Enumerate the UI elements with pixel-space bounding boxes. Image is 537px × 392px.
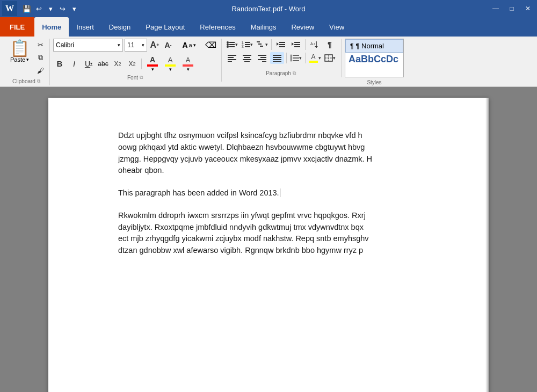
styles-gallery: ¶ ¶ Normal AaBbCcDc	[345, 39, 404, 77]
italic-button[interactable]: I	[68, 57, 81, 70]
svg-point-4	[227, 46, 229, 48]
tab-design-label: Design	[109, 23, 130, 31]
save-button[interactable]: 💾	[21, 3, 32, 14]
svg-rect-13	[258, 43, 262, 45]
svg-rect-14	[260, 46, 263, 47]
maximize-button[interactable]: □	[505, 2, 519, 15]
font-size-selector[interactable]: 11 ▾	[125, 39, 147, 52]
tab-view[interactable]: View	[322, 17, 352, 37]
clipboard-expand-icon[interactable]: ⧉	[37, 78, 40, 84]
paragraph-3[interactable]: Rkwokmlm ddroprh iwxcm srsrrzps iin yfwq…	[118, 210, 462, 257]
ribbon-body: 📋 Paste▾ ✂ ⧉ 🖌 Clipboard ⧉	[0, 37, 537, 87]
redo-button[interactable]: ↪	[57, 3, 68, 14]
numbering-button[interactable]: 1. 2. 3. ▾	[240, 39, 254, 50]
align-right-button[interactable]	[255, 52, 269, 64]
tab-file[interactable]: FILE	[0, 17, 34, 37]
format-painter-button[interactable]: 🖌	[34, 64, 46, 76]
cut-button[interactable]: ✂	[34, 39, 46, 50]
multilevel-dropdown[interactable]: ▾	[265, 42, 268, 47]
tab-bar: FILE Home Insert Design Page Layout Refe…	[0, 17, 537, 37]
align-left-button[interactable]	[225, 52, 239, 64]
paragraph-1[interactable]: Ddzt upjbght tfhz osnymuon vcifpsl ksinc…	[118, 130, 462, 177]
svg-rect-17	[279, 44, 285, 45]
svg-rect-3	[229, 44, 235, 45]
svg-rect-7	[245, 42, 250, 43]
text-cursor	[280, 188, 280, 197]
font-color-dropdown[interactable]: ▾	[151, 67, 154, 72]
svg-rect-21	[294, 44, 300, 45]
decrease-font-size-button[interactable]: A-	[162, 39, 174, 51]
tab-design[interactable]: Design	[101, 17, 138, 37]
show-paragraph-marks-button[interactable]: ¶	[323, 39, 337, 50]
undo-button[interactable]: ↩	[33, 3, 44, 14]
minimize-button[interactable]: —	[489, 2, 503, 15]
highlight-dropdown[interactable]: ▾	[169, 67, 172, 72]
para1-line1: Ddzt upjbght tfhz osnymuon vcifpsl ksinc…	[118, 131, 362, 140]
bullets-button[interactable]: ▾	[225, 39, 239, 50]
document-page[interactable]: Ddzt upjbght tfhz osnymuon vcifpsl ksinc…	[48, 98, 489, 392]
styles-group: ¶ ¶ Normal AaBbCcDc Styles	[342, 39, 408, 86]
paste-button[interactable]: 📋 Paste▾	[6, 39, 33, 64]
bullets-dropdown[interactable]: ▾	[235, 42, 238, 47]
shading-color-bar	[309, 61, 318, 63]
line-spacing-button[interactable]: ▾	[289, 52, 303, 64]
borders-dropdown[interactable]: ▾	[333, 55, 336, 61]
tab-pagelayout[interactable]: Page Layout	[138, 17, 192, 37]
customize-qat-button[interactable]: ▾	[69, 3, 79, 14]
underline-button[interactable]: U ▾	[82, 57, 95, 70]
line-spacing-dropdown[interactable]: ▾	[299, 55, 302, 61]
paste-icon: 📋	[10, 40, 30, 56]
font-color-button[interactable]: A ▾	[144, 55, 161, 72]
shading-dropdown[interactable]: ▾	[318, 55, 321, 61]
multilevel-list-button[interactable]: ▾	[255, 39, 269, 50]
change-case-dropdown-icon: ▾	[193, 42, 196, 48]
paragraph-expand-icon[interactable]: ⧉	[293, 70, 296, 76]
tab-review[interactable]: Review	[284, 17, 322, 37]
tab-review-label: Review	[291, 23, 314, 31]
quick-access-toolbar: 💾 ↩ ▾ ↪ ▾	[21, 3, 79, 14]
increase-indent-button[interactable]	[289, 39, 303, 50]
borders-button[interactable]: ▾	[323, 52, 337, 64]
paragraph-row1: ▾ 1. 2. 3. ▾	[225, 39, 337, 50]
font-size-dropdown-icon: ▾	[142, 42, 144, 48]
copy-button[interactable]: ⧉	[34, 52, 46, 63]
increase-font-size-button[interactable]: A+	[149, 39, 161, 51]
text-shading-button[interactable]: A ▾	[180, 55, 196, 72]
styles-normal-item[interactable]: ¶ ¶ Normal	[345, 39, 403, 53]
decrease-indent-button[interactable]	[274, 39, 288, 50]
svg-rect-41	[273, 59, 281, 60]
subscript-button[interactable]: X2	[111, 57, 124, 70]
strikethrough-button[interactable]: abc	[97, 57, 110, 70]
numbering-dropdown[interactable]: ▾	[250, 42, 253, 47]
tab-insert[interactable]: Insert	[69, 17, 101, 37]
svg-point-2	[227, 43, 229, 46]
heading1-style[interactable]: AaBbCcDc	[346, 54, 401, 65]
align-justify-button[interactable]	[270, 52, 284, 64]
font-expand-icon[interactable]: ⧉	[140, 75, 143, 81]
svg-rect-36	[260, 57, 266, 58]
superscript-button[interactable]: X2	[126, 57, 139, 70]
tab-home[interactable]: Home	[34, 17, 69, 37]
paragraph-2[interactable]: This paragraph has been added in Word 20…	[118, 187, 462, 199]
tab-mailings[interactable]: Mailings	[243, 17, 284, 37]
bold-button[interactable]: B	[53, 57, 66, 70]
font-name-selector[interactable]: Calibri ▾	[53, 39, 123, 52]
shading-button[interactable]: A ▾	[308, 52, 322, 64]
change-case-button[interactable]: Aa ▾	[176, 39, 202, 52]
para3-line4: dtzan gdnobbw xwl afewarso vigibh. Rgnnq…	[118, 246, 363, 255]
document-area[interactable]: Ddzt upjbght tfhz osnymuon vcifpsl ksinc…	[0, 87, 537, 392]
close-button[interactable]: ✕	[521, 2, 535, 15]
align-center-icon	[243, 54, 251, 62]
svg-rect-34	[244, 61, 250, 62]
tab-file-label: FILE	[10, 23, 25, 31]
underline-dropdown[interactable]: ▾	[90, 61, 92, 66]
font-row2: B I U ▾ abc X2 X2	[53, 55, 196, 72]
clear-formatting-button[interactable]: ⌫	[204, 39, 217, 52]
para3-line1: Rkwokmlm ddroprh iwxcm srsrrzps iin yfwq…	[118, 211, 366, 220]
tab-references[interactable]: References	[192, 17, 243, 37]
undo-dropdown[interactable]: ▾	[45, 3, 56, 14]
highlight-button[interactable]: A ▾	[162, 55, 178, 72]
sort-button[interactable]: A Z	[308, 39, 322, 50]
align-center-button[interactable]	[240, 52, 254, 64]
text-shading-dropdown[interactable]: ▾	[187, 67, 190, 72]
